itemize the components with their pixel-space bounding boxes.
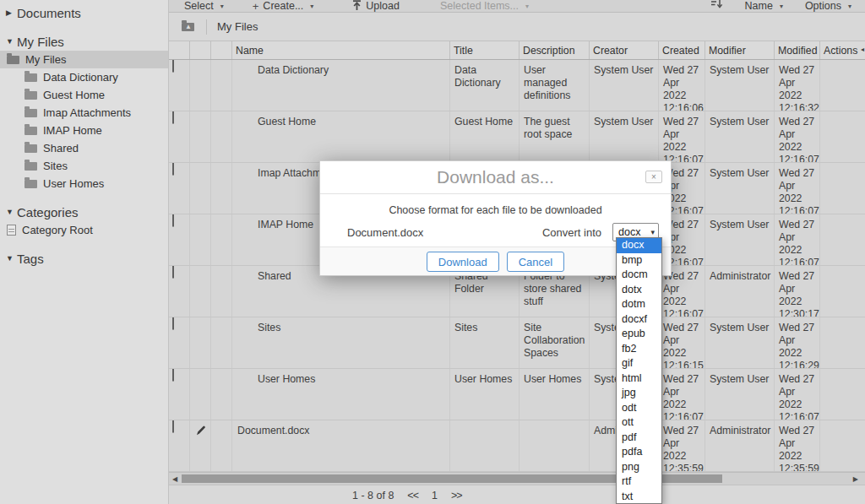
upload-button-label: Upload: [366, 0, 400, 12]
format-option-gif[interactable]: gif: [617, 356, 661, 371]
format-option-ott[interactable]: ott: [617, 415, 661, 431]
table-row-sites[interactable]: SitesSitesSite Collaboration SpacesSyste…: [169, 317, 865, 369]
format-option-docx[interactable]: docx: [617, 238, 661, 253]
pagination-page-1[interactable]: 1: [432, 490, 438, 501]
sidebar-item-my-files[interactable]: My Files: [0, 51, 168, 68]
row-checkbox[interactable]: [172, 163, 174, 176]
sidebar-item-sites[interactable]: Sites: [0, 157, 168, 175]
format-option-pdfa[interactable]: pdfa: [617, 445, 661, 460]
indicator-cell: [190, 163, 211, 214]
cell-name[interactable]: Sites: [232, 317, 450, 368]
sidebar-header-documents[interactable]: ▶Documents: [0, 3, 168, 22]
cell-creator: System User: [590, 60, 659, 111]
download-button[interactable]: Download: [427, 252, 499, 272]
sidebar-section-my-files: ▼My FilesMy FilesData DictionaryGuest Ho…: [0, 32, 168, 192]
format-option-png[interactable]: png: [617, 460, 661, 475]
sidebar-item-label: Shared: [43, 142, 79, 154]
table-row-guest-home[interactable]: Guest HomeGuest HomeThe guest root space…: [169, 111, 865, 163]
table-row-user-homes[interactable]: User HomesUser HomesUser HomesSystem Use…: [169, 369, 865, 420]
sidebar-header-my-files[interactable]: ▼My Files: [0, 32, 168, 51]
column-header-name[interactable]: Name: [232, 41, 450, 59]
chevron-down-icon: ▾: [780, 3, 783, 10]
format-option-dotm[interactable]: dotm: [617, 297, 661, 312]
cell-title: Data Dictionary: [450, 60, 520, 111]
cell-name[interactable]: Guest Home: [232, 111, 450, 162]
toolbar: Select ▾ + Create... ▾ Upload Selected I…: [169, 0, 865, 13]
sidebar-item-shared[interactable]: Shared: [0, 139, 168, 157]
row-checkbox[interactable]: [172, 369, 174, 382]
cancel-button[interactable]: Cancel: [507, 252, 564, 272]
create-button[interactable]: + Create... ▾: [253, 0, 314, 13]
column-header-creator[interactable]: Creator: [590, 41, 659, 59]
format-option-txt[interactable]: txt: [617, 490, 661, 504]
table-row-document-docx[interactable]: Document.docxAdministratorWed 27 Apr 202…: [169, 420, 865, 472]
row-checkbox[interactable]: [172, 60, 174, 73]
sidebar-item-data-dictionary[interactable]: Data Dictionary: [0, 68, 168, 86]
format-option-fb2[interactable]: fb2: [617, 342, 661, 357]
select-button[interactable]: Select ▾: [184, 0, 224, 12]
chevron-down-icon: ▾: [220, 3, 224, 10]
cell-modified: Wed 27 Apr 2022 12:16:29: [775, 317, 820, 368]
sort-by-button[interactable]: Name ▾: [745, 0, 783, 12]
format-option-docm[interactable]: docm: [617, 268, 661, 283]
column-header-actions[interactable]: Actions: [820, 41, 860, 59]
cell-created: Wed 27 Apr 2022 12:16:07: [659, 369, 705, 420]
column-header-title[interactable]: Title: [450, 41, 520, 59]
column-header-modifier[interactable]: Modifier: [705, 41, 775, 59]
cell-name[interactable]: Document.docx: [232, 420, 450, 471]
sort-icon[interactable]: [711, 0, 723, 12]
sidebar-header-tags[interactable]: ▼Tags: [0, 249, 168, 268]
format-option-docxf[interactable]: docxf: [617, 312, 661, 328]
sidebar-header-categories[interactable]: ▼Categories: [0, 203, 168, 221]
column-header-created[interactable]: Created: [659, 41, 705, 59]
row-checkbox[interactable]: [172, 420, 174, 433]
cell-modifier: System User: [705, 111, 775, 162]
close-icon[interactable]: ×: [645, 171, 662, 183]
folder-up-icon[interactable]: ▲: [182, 23, 194, 31]
options-button[interactable]: Options ▾: [805, 0, 851, 12]
sidebar-header-label: Categories: [17, 205, 79, 219]
format-option-pdf[interactable]: pdf: [617, 431, 661, 446]
format-option-html[interactable]: html: [617, 371, 661, 387]
category-doc-icon: [7, 225, 16, 236]
pagination-last[interactable]: >>: [451, 490, 462, 501]
format-option-epub[interactable]: epub: [617, 327, 661, 342]
breadcrumb: ▲ My Files: [169, 13, 865, 41]
icon-cell: [211, 111, 232, 162]
checkbox-cell: [169, 111, 190, 162]
column-header-modified[interactable]: Modified: [775, 41, 820, 59]
sidebar-item-label: Imap Attachments: [43, 106, 131, 119]
sidebar-header-label: My Files: [17, 35, 64, 49]
scroll-right-icon[interactable]: ▶: [853, 475, 858, 483]
row-checkbox[interactable]: [172, 317, 174, 330]
column-header-description[interactable]: Description: [520, 41, 590, 59]
horizontal-scrollbar[interactable]: ◀ ▶: [169, 472, 865, 485]
sidebar-item-guest-home[interactable]: Guest Home: [0, 86, 168, 104]
pagination-first[interactable]: <<: [407, 490, 418, 501]
cell-modified: Wed 27 Apr 2022 12:16:07: [775, 214, 820, 265]
format-option-rtf[interactable]: rtf: [617, 474, 661, 490]
row-checkbox[interactable]: [172, 111, 174, 124]
cell-name[interactable]: Data Dictionary: [232, 60, 450, 111]
format-option-bmp[interactable]: bmp: [617, 253, 661, 268]
cell-description: [520, 420, 590, 471]
format-option-jpg[interactable]: jpg: [617, 386, 661, 401]
sidebar-item-user-homes[interactable]: User Homes: [0, 175, 168, 192]
cell-title: Guest Home: [450, 111, 520, 162]
row-checkbox[interactable]: [172, 266, 174, 279]
upload-button[interactable]: Upload: [352, 0, 400, 13]
row-checkbox[interactable]: [172, 214, 174, 227]
scroll-left-icon[interactable]: ◀: [172, 475, 177, 483]
icon-cell: [211, 369, 232, 420]
sidebar-section-documents: ▶Documents: [0, 3, 168, 22]
cell-modifier: Administrator: [705, 266, 775, 317]
sidebar-item-imap-attachments[interactable]: Imap Attachments: [0, 104, 168, 122]
format-option-odt[interactable]: odt: [617, 401, 661, 416]
cell-name[interactable]: User Homes: [232, 369, 450, 420]
sidebar-item-category-root[interactable]: Category Root: [0, 221, 168, 239]
header-scroll-left-icon[interactable]: ◂: [861, 46, 864, 53]
format-option-dotx[interactable]: dotx: [617, 283, 661, 298]
sidebar-item-imap-home[interactable]: IMAP Home: [0, 122, 168, 139]
table-row-data-dictionary[interactable]: Data DictionaryData DictionaryUser manag…: [169, 60, 865, 111]
selected-items-button[interactable]: Selected Items... ▾: [440, 0, 529, 12]
